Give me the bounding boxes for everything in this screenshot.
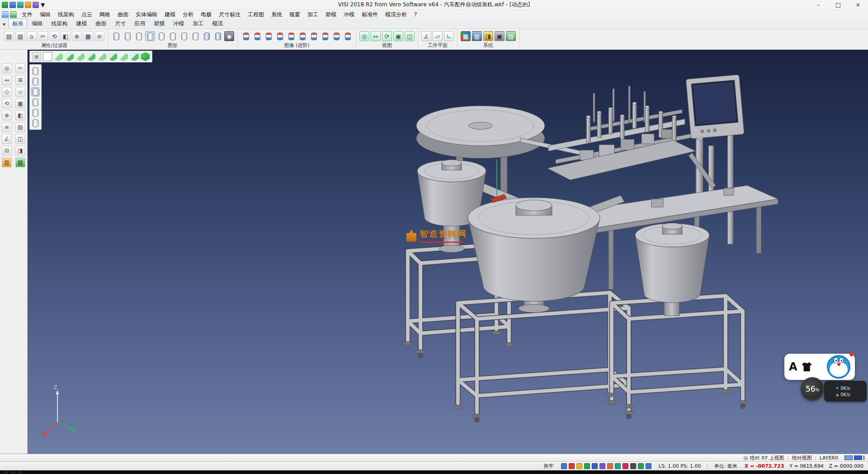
menu-item[interactable]: 实体编辑	[132, 10, 161, 19]
maximize-button[interactable]: □	[828, 0, 848, 9]
document-icon[interactable]	[2, 11, 9, 18]
ribbon-tab[interactable]: 曲面	[91, 19, 110, 28]
toolbar-icon[interactable]: ▦	[461, 31, 471, 41]
sidebar-tool-icon[interactable]: ◧	[15, 110, 25, 120]
overlay-card[interactable]: A	[784, 354, 855, 380]
view-cube-icon[interactable]	[75, 52, 85, 61]
toolbar-icon[interactable]	[156, 31, 166, 41]
chevron-down-icon[interactable]: ▼	[39, 2, 45, 8]
sidebar-tool-icon[interactable]: ▤	[15, 122, 25, 132]
toolbar-icon[interactable]: ◧	[61, 31, 71, 41]
toolbar-icon[interactable]	[145, 31, 155, 41]
ribbon-tab[interactable]: 编辑	[28, 19, 47, 28]
sidebar-tool-icon[interactable]: ⊟	[2, 146, 12, 156]
menu-item[interactable]: 建模	[161, 10, 179, 19]
ribbon-tab[interactable]: 模流	[208, 19, 227, 28]
os-taskbar[interactable]	[0, 470, 868, 474]
toolbar-icon[interactable]: ◎	[359, 31, 369, 41]
sidebar-tool-icon[interactable]: ⊕	[2, 110, 12, 120]
toolbar-icon[interactable]	[179, 31, 189, 41]
sidebar-tool-icon[interactable]: ▧	[15, 157, 25, 167]
menu-item[interactable]: 冲模	[340, 10, 358, 19]
toolbar-icon[interactable]	[331, 31, 341, 41]
toolbar-icon[interactable]: ▤	[4, 31, 14, 41]
toolbar-icon[interactable]: ⟲	[49, 31, 59, 41]
toolbar-icon[interactable]	[309, 31, 319, 41]
shading-mode-icon[interactable]	[31, 66, 40, 76]
toolbar-icon[interactable]: ▤	[506, 31, 516, 41]
sidebar-tool-icon[interactable]: ◎	[2, 63, 12, 73]
toolbar-icon[interactable]	[213, 31, 223, 41]
screen-overlay-widget[interactable]: A ▼ 0K/s ▲ 0K/s	[781, 354, 868, 408]
toolbar-icon[interactable]: ∟	[444, 31, 454, 41]
toolbar-icon[interactable]: ◫	[405, 31, 415, 41]
menu-item[interactable]: 曲面	[114, 10, 132, 19]
menu-item[interactable]: 尺寸标注	[215, 10, 244, 19]
sidebar-tool-icon[interactable]: ◫	[15, 134, 25, 144]
status-icon[interactable]	[561, 463, 567, 469]
view-cube-icon[interactable]	[54, 52, 63, 61]
menu-item[interactable]: 工程图	[244, 10, 268, 19]
toolbar-icon[interactable]	[168, 31, 178, 41]
3d-viewport[interactable]: Z ≡ 智造资料网	[28, 50, 868, 454]
units-readout[interactable]: 单位: 毫米	[714, 463, 737, 469]
ribbon-tab[interactable]: 线架构	[47, 19, 71, 28]
toolbar-icon[interactable]: ▧	[15, 31, 25, 41]
toolbar-icon[interactable]	[111, 31, 121, 41]
toolbar-icon[interactable]: ▱	[433, 31, 443, 41]
menu-item[interactable]: 标准件	[358, 10, 382, 19]
shading-mode-icon[interactable]	[31, 108, 40, 117]
quick-access-icon[interactable]	[25, 2, 31, 8]
menu-item[interactable]: 网格	[96, 10, 114, 19]
view-cube-icon[interactable]	[141, 52, 150, 61]
toolbar-icon[interactable]	[275, 31, 285, 41]
percent-badge[interactable]: 56%	[801, 377, 824, 401]
view-cube-icon[interactable]	[119, 52, 128, 61]
ribbon-tab[interactable]: 尺寸	[111, 19, 130, 28]
toolbar-icon[interactable]: ↔	[371, 31, 381, 41]
sidebar-tool-icon[interactable]: ∠	[2, 134, 12, 144]
status-icon[interactable]	[576, 463, 582, 469]
status-icon[interactable]	[584, 463, 590, 469]
sidebar-tool-icon[interactable]: ▦	[15, 99, 25, 109]
view-mode-label[interactable]: 绝对 XY 上视图	[750, 455, 784, 461]
toolbar-icon[interactable]: ⊕	[72, 31, 82, 41]
absolute-view-label[interactable]: 绝对视图	[792, 455, 812, 461]
menu-item[interactable]: 视窗	[286, 10, 304, 19]
ribbon-tab[interactable]: 建模	[72, 19, 91, 28]
toolbar-icon[interactable]	[286, 31, 296, 41]
color-chip[interactable]	[854, 455, 862, 460]
ribbon-tab[interactable]: 加工	[189, 19, 208, 28]
toolbar-icon[interactable]: ⟳	[382, 31, 392, 41]
sidebar-tool-icon[interactable]: ≡	[2, 122, 12, 132]
toolbar-icon[interactable]	[343, 31, 353, 41]
sidebar-tool-icon[interactable]: ↔	[2, 75, 12, 85]
view-cube-icon[interactable]	[43, 52, 52, 61]
toolbar-icon[interactable]	[202, 31, 212, 41]
quick-access-icon[interactable]	[17, 2, 24, 8]
status-icon[interactable]	[607, 463, 613, 469]
pin-label[interactable]: 拴牢	[544, 463, 554, 469]
menu-item[interactable]: 线架构	[54, 10, 78, 19]
menu-item[interactable]: 塑模	[322, 10, 340, 19]
menu-item[interactable]: 加工	[304, 10, 322, 19]
menu-item[interactable]: 模流分析	[382, 10, 410, 19]
toolbar-icon[interactable]: ⌂	[27, 31, 37, 41]
toolbar-icon[interactable]: ◉	[224, 31, 234, 41]
status-icon[interactable]	[623, 463, 628, 469]
toolbar-icon[interactable]: ∠	[421, 31, 431, 41]
view-cube-icon[interactable]	[97, 52, 106, 61]
toolbar-icon[interactable]	[190, 31, 200, 41]
status-icon[interactable]	[599, 463, 605, 469]
status-icon[interactable]	[615, 463, 621, 469]
menu-item[interactable]: 系统	[268, 10, 286, 19]
toolbar-icon[interactable]: ◨	[483, 31, 493, 41]
ribbon-tab[interactable]: 冲模	[169, 19, 188, 28]
chevron-down-icon[interactable]: ▼	[2, 23, 8, 28]
quick-access-icon[interactable]	[2, 2, 8, 8]
view-cube-icon[interactable]	[130, 52, 139, 61]
status-icon[interactable]	[569, 463, 575, 469]
view-cube-icon[interactable]	[86, 52, 95, 61]
menu-item[interactable]: 文件	[18, 10, 36, 19]
toolbar-icon[interactable]	[252, 31, 262, 41]
